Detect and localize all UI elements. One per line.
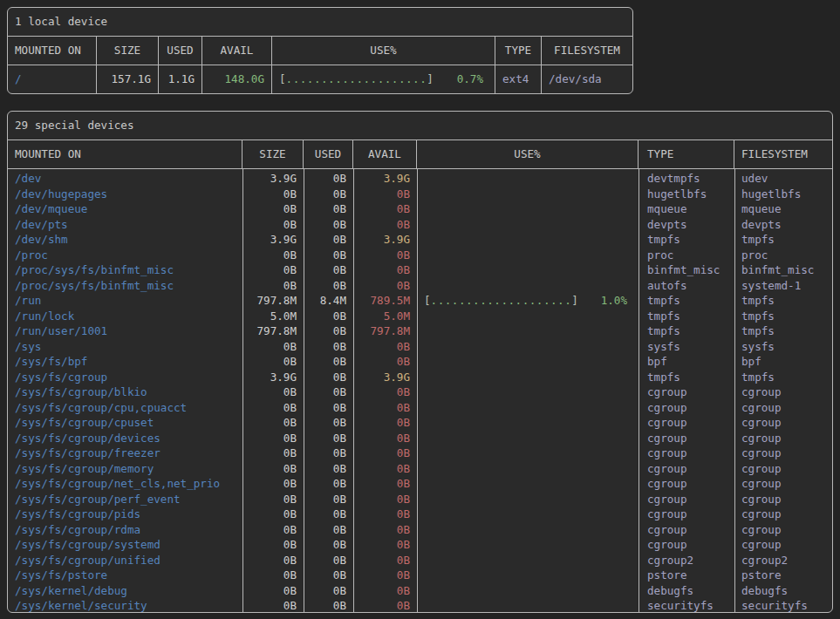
size-cell: 0B <box>242 492 304 507</box>
used-cell: 0B <box>304 522 353 538</box>
used-cell: 0B <box>304 431 353 446</box>
type-cell: devtmpfs <box>639 171 734 187</box>
size-cell: 0B <box>242 217 304 233</box>
table-row: /sys/fs/cgroup3.9G0B3.9Gtmpfstmpfs <box>8 370 832 385</box>
used-cell: 0B <box>304 370 353 385</box>
use-bar-cell <box>417 248 639 263</box>
size-cell: 0B <box>242 248 304 263</box>
size-cell: 0B <box>242 431 304 446</box>
avail-cell: 0B <box>353 278 417 294</box>
avail-cell: 0B <box>353 217 417 233</box>
used-cell: 0B <box>304 354 353 370</box>
avail-cell: 3.9G <box>353 171 417 187</box>
use-bar-cell <box>417 370 639 385</box>
size-cell: 0B <box>242 400 304 416</box>
table-row: /sys/fs/cgroup/devices0B0B0Bcgroupcgroup <box>8 431 832 446</box>
column-header-filesystem: FILESYSTEM <box>542 37 632 65</box>
used-cell: 0B <box>304 476 353 492</box>
mounted-on-cell: /sys/fs/pstore <box>8 568 242 583</box>
avail-cell: 0B <box>353 248 417 263</box>
type-cell: cgroup <box>639 492 734 507</box>
used-cell: 0B <box>304 217 353 233</box>
used-cell: 0B <box>304 384 353 400</box>
use-bar-cell <box>417 522 639 538</box>
used-cell: 0B <box>304 171 353 187</box>
column-header-use-: USE% <box>272 37 495 65</box>
used-cell: 0B <box>304 201 353 217</box>
use-bar-cell <box>417 400 639 416</box>
type-cell: cgroup <box>639 446 734 461</box>
usage-bar: [....................] <box>279 65 434 93</box>
mounted-on-cell: /dev <box>8 171 242 187</box>
terminal-screen: 1 local device MOUNTED ONSIZEUSEDAVAILUS… <box>0 0 840 619</box>
type-cell: binfmt_misc <box>639 262 734 278</box>
use-bar-cell <box>417 187 639 202</box>
type-cell: cgroup <box>639 522 734 538</box>
table-row: /run/user/1001797.8M0B797.8Mtmpfstmpfs <box>8 323 832 339</box>
size-cell: 0B <box>242 522 304 538</box>
mounted-on-cell: /sys/fs/cgroup/unified <box>8 553 242 568</box>
mounted-on-cell: / <box>8 65 97 93</box>
avail-cell: 148.0G <box>202 65 272 93</box>
mounted-on-cell: /sys/kernel/security <box>8 598 242 613</box>
use-bar-cell <box>417 339 639 355</box>
filesystem-cell: cgroup <box>734 537 832 553</box>
use-bar-cell <box>417 384 639 400</box>
type-cell: cgroup <box>639 507 734 522</box>
table-row: /sys/fs/cgroup/unified0B0B0Bcgroup2cgrou… <box>8 553 832 568</box>
avail-cell: 0B <box>353 354 417 370</box>
used-cell: 0B <box>304 492 353 507</box>
mounted-on-cell: /sys/fs/cgroup/freezer <box>8 446 242 461</box>
type-cell: cgroup2 <box>639 553 734 568</box>
used-cell: 0B <box>304 415 353 431</box>
avail-cell: 789.5M <box>353 293 417 309</box>
filesystem-cell: tmpfs <box>734 232 832 248</box>
filesystem-cell: tmpfs <box>734 309 832 324</box>
table-row: /proc/sys/fs/binfmt_misc0B0B0Bautofssyst… <box>8 278 832 294</box>
used-cell: 0B <box>304 278 353 294</box>
size-cell: 0B <box>242 537 304 553</box>
filesystem-cell: cgroup <box>734 522 832 538</box>
special-devices-header-row: MOUNTED ONSIZEUSEDAVAILUSE%TYPEFILESYSTE… <box>8 140 832 169</box>
avail-cell: 0B <box>353 201 417 217</box>
column-header-mounted-on: MOUNTED ON <box>8 140 242 168</box>
size-cell: 157.1G <box>97 65 159 93</box>
size-cell: 0B <box>242 415 304 431</box>
mounted-on-cell: /dev/pts <box>8 217 242 233</box>
size-cell: 0B <box>242 262 304 278</box>
table-row: /sys0B0B0Bsysfssysfs <box>8 339 832 355</box>
type-cell: debugfs <box>639 583 734 599</box>
mounted-on-cell: /run/lock <box>8 309 242 324</box>
use-bar-cell <box>417 492 639 507</box>
filesystem-cell: cgroup <box>734 400 832 416</box>
table-row: /sys/kernel/security0B0B0Bsecurityfssecu… <box>8 598 832 613</box>
used-cell: 0B <box>304 598 353 613</box>
use-bar-cell <box>417 171 639 187</box>
size-cell: 3.9G <box>242 232 304 248</box>
used-cell: 0B <box>304 323 353 339</box>
table-row: /sys/fs/cgroup/pids0B0B0Bcgroupcgroup <box>8 507 832 522</box>
size-cell: 0B <box>242 354 304 370</box>
filesystem-cell: pstore <box>734 568 832 583</box>
used-cell: 0B <box>304 507 353 522</box>
mounted-on-cell: /run <box>8 293 242 309</box>
use-bar-cell <box>417 583 639 599</box>
table-row: /sys/fs/cgroup/net_cls,net_prio0B0B0Bcgr… <box>8 476 832 492</box>
size-cell: 0B <box>242 507 304 522</box>
mounted-on-cell: /sys/fs/cgroup/memory <box>8 461 242 477</box>
size-cell: 0B <box>242 583 304 599</box>
size-cell: 0B <box>242 187 304 202</box>
table-row: /sys/fs/cgroup/freezer0B0B0Bcgroupcgroup <box>8 446 832 461</box>
avail-cell: 0B <box>353 553 417 568</box>
used-cell: 0B <box>304 232 353 248</box>
filesystem-cell: tmpfs <box>734 370 832 385</box>
avail-cell: 0B <box>353 446 417 461</box>
used-cell: 0B <box>304 187 353 202</box>
type-cell: sysfs <box>639 339 734 355</box>
filesystem-cell: debugfs <box>734 583 832 599</box>
use-bar-cell <box>417 232 639 248</box>
table-row: /dev3.9G0B3.9Gdevtmpfsudev <box>8 171 832 187</box>
size-cell: 0B <box>242 461 304 477</box>
mounted-on-cell: /sys/fs/cgroup/perf_event <box>8 492 242 507</box>
size-cell: 3.9G <box>242 370 304 385</box>
